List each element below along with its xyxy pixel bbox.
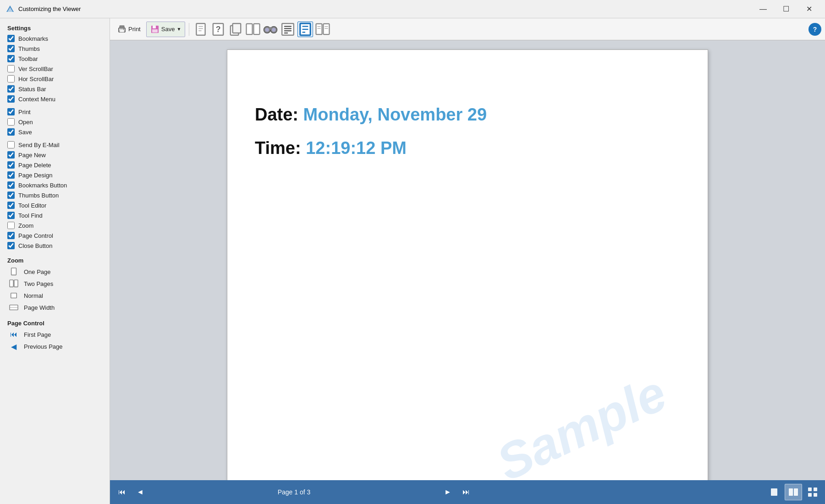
svg-rect-9 <box>120 26 124 28</box>
two-page-btn[interactable] <box>245 22 261 37</box>
checkbox-send-email[interactable] <box>7 141 15 148</box>
sidebar-item-ver-scrollbar[interactable]: Ver ScrollBar <box>0 64 110 74</box>
view-grid-button[interactable] <box>804 484 821 500</box>
binoculars-btn[interactable] <box>263 22 278 37</box>
checkbox-page-new[interactable] <box>7 151 15 159</box>
sidebar-item-page-delete[interactable]: Page Delete <box>0 160 110 170</box>
sidebar-item-status-bar[interactable]: Status Bar <box>0 84 110 94</box>
first-page-button[interactable]: ⏮ <box>114 484 130 500</box>
sidebar-item-page-control[interactable]: Page Control <box>0 230 110 241</box>
checkbox-open[interactable] <box>7 118 15 126</box>
checkbox-thumbs-button[interactable] <box>7 192 15 199</box>
checkbox-thumbs[interactable] <box>7 45 15 52</box>
sidebar-item-send-email[interactable]: Send By E-Mail <box>0 140 110 150</box>
sidebar-item-thumbs[interactable]: Thumbs <box>0 44 110 54</box>
app-icon <box>6 5 15 14</box>
page-ctrl-item-first-page[interactable]: ⏮First Page <box>0 329 110 340</box>
single-page-btn[interactable] <box>193 22 209 37</box>
title-bar: Customizing the Viewer — ☐ ✕ <box>0 0 825 18</box>
checkbox-save[interactable] <box>7 128 15 136</box>
zoom-label-page-width: Page Width <box>24 304 55 311</box>
page-info: Page 1 of 3 <box>150 488 438 496</box>
multi-col-btn[interactable] <box>315 22 330 37</box>
label-page-new: Page New <box>18 152 46 159</box>
zoom-item-normal[interactable]: Normal <box>0 290 110 301</box>
checkbox-page-design[interactable] <box>7 171 15 179</box>
maximize-button[interactable]: ☐ <box>776 2 797 16</box>
svg-rect-2 <box>11 268 16 275</box>
sidebar: Settings BookmarksThumbsToolbarVer Scrol… <box>0 18 110 504</box>
svg-rect-4 <box>14 280 18 287</box>
checkbox-page-control[interactable] <box>7 232 15 239</box>
checkbox-toolbar[interactable] <box>7 55 15 62</box>
last-page-button[interactable]: ⏭ <box>458 484 474 500</box>
checkbox-bookmarks-button[interactable] <box>7 181 15 189</box>
svg-rect-13 <box>153 26 156 28</box>
help-button[interactable]: ? <box>808 23 821 36</box>
zoom-icon-two-pages <box>7 279 20 288</box>
checkbox-bookmarks[interactable] <box>7 35 15 42</box>
svg-rect-29 <box>269 27 272 30</box>
checkbox-page-delete[interactable] <box>7 161 15 169</box>
svg-rect-14 <box>152 29 158 33</box>
zoom-item-page-width[interactable]: Page Width <box>0 301 110 313</box>
checkbox-tool-find[interactable] <box>7 212 15 219</box>
checkbox-context-menu[interactable] <box>7 95 15 103</box>
sidebar-item-tool-find[interactable]: Tool Find <box>0 210 110 220</box>
sidebar-item-toolbar[interactable]: Toolbar <box>0 54 110 64</box>
checkbox-status-bar[interactable] <box>7 85 15 93</box>
view-single-icon <box>770 488 779 497</box>
right-content: Print Save ▼ <box>110 18 825 504</box>
text-view-btn[interactable] <box>280 22 296 37</box>
print-button[interactable]: Print <box>114 22 144 37</box>
sidebar-item-print[interactable]: Print <box>0 107 110 117</box>
save-dropdown-arrow[interactable]: ▼ <box>176 27 181 32</box>
svg-rect-49 <box>814 488 817 491</box>
sidebar-item-hor-scrollbar[interactable]: Hor ScrollBar <box>0 74 110 84</box>
sidebar-item-thumbs-button[interactable]: Thumbs Button <box>0 190 110 200</box>
zoom-label-one-page: One Page <box>24 268 51 275</box>
close-button[interactable]: ✕ <box>798 2 820 16</box>
text-view-icon <box>280 22 295 37</box>
svg-rect-15 <box>197 23 205 35</box>
single-col-btn[interactable] <box>297 22 313 37</box>
sidebar-item-tool-editor[interactable]: Tool Editor <box>0 200 110 210</box>
svg-rect-50 <box>808 493 812 497</box>
page-ctrl-item-previous-page[interactable]: ◀Previous Page <box>0 340 110 352</box>
save-button[interactable]: Save ▼ <box>146 22 186 37</box>
sidebar-item-close-button[interactable]: Close Button <box>0 241 110 251</box>
sidebar-item-page-new[interactable]: Page New <box>0 150 110 160</box>
toolbar-sep-1 <box>189 23 189 36</box>
sidebar-item-zoom[interactable]: Zoom <box>0 220 110 230</box>
sidebar-item-context-menu[interactable]: Context Menu <box>0 94 110 104</box>
checkbox-tool-editor[interactable] <box>7 202 15 209</box>
sidebar-item-bookmarks-button[interactable]: Bookmarks Button <box>0 180 110 190</box>
view-single-button[interactable] <box>765 484 783 500</box>
sidebar-item-save[interactable]: Save <box>0 127 110 137</box>
sidebar-item-bookmarks[interactable]: Bookmarks <box>0 33 110 44</box>
zoom-item-one-page[interactable]: One Page <box>0 266 110 278</box>
next-page-button[interactable]: ► <box>440 484 456 500</box>
checkbox-zoom[interactable] <box>7 222 15 229</box>
print-label: Print <box>128 26 141 33</box>
minimize-button[interactable]: — <box>753 2 774 16</box>
zoom-icon-one-page <box>7 267 20 276</box>
checkbox-ver-scrollbar[interactable] <box>7 65 15 72</box>
sidebar-item-page-design[interactable]: Page Design <box>0 170 110 180</box>
label-ver-scrollbar: Ver ScrollBar <box>18 66 53 72</box>
svg-rect-45 <box>771 488 777 496</box>
checkbox-close-button[interactable] <box>7 242 15 249</box>
view-grid-icon <box>808 487 818 497</box>
doc-area: Sample Date: Monday, November 29 Time: 1… <box>110 40 825 480</box>
sidebar-item-open[interactable]: Open <box>0 117 110 127</box>
label-hor-scrollbar: Hor ScrollBar <box>18 76 54 82</box>
question-icon: ? <box>211 22 226 37</box>
view-book-button[interactable] <box>785 484 802 500</box>
zoom-item-two-pages[interactable]: Two Pages <box>0 278 110 290</box>
copy-btn[interactable] <box>228 22 243 37</box>
zoom-label-two-pages: Two Pages <box>24 280 53 287</box>
checkbox-hor-scrollbar[interactable] <box>7 75 15 82</box>
question-btn[interactable]: ? <box>210 22 226 37</box>
previous-page-button[interactable]: ◄ <box>132 484 148 500</box>
checkbox-print[interactable] <box>7 108 15 115</box>
